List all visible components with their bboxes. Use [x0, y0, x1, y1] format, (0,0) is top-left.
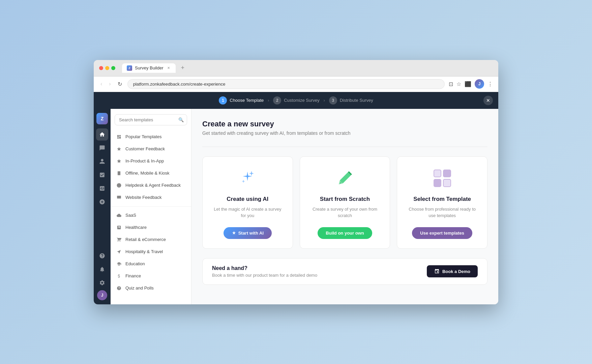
forward-button[interactable]: ›	[108, 80, 112, 88]
sidebar-item-add[interactable]	[96, 196, 108, 208]
analytics-icon	[99, 185, 105, 191]
menu-icon[interactable]: ⋮	[487, 81, 493, 87]
nav-item-customer-feedback[interactable]: Customer Feedback	[111, 143, 191, 155]
nav-item-education[interactable]: Education	[111, 258, 191, 270]
new-tab-button[interactable]: +	[180, 64, 186, 71]
healthcare-icon	[116, 224, 122, 231]
nav-item-website-label: Website Feedback	[125, 195, 161, 200]
nav-item-saas[interactable]: SaaS	[111, 209, 191, 221]
browser-user-avatar[interactable]: J	[475, 79, 484, 89]
nav-item-offline-label: Offline, Mobile & Kiosk	[125, 171, 170, 176]
step-2-number: 2	[273, 96, 281, 104]
nav-item-offline[interactable]: Offline, Mobile & Kiosk	[111, 167, 191, 179]
step-1: 1 Choose Template	[219, 96, 264, 104]
option-cards-grid: Create using AI Let the magic of AI crea…	[202, 156, 487, 249]
sidebar-item-settings[interactable]	[96, 277, 108, 289]
app-sidebar: Z	[94, 109, 111, 304]
stepper-close-button[interactable]: ✕	[483, 96, 493, 105]
book-demo-button[interactable]: Book a Demo	[427, 265, 478, 277]
sidebar-user-avatar[interactable]: J	[97, 290, 107, 300]
nav-item-popular[interactable]: Popular Templates	[111, 131, 191, 143]
extension-icon[interactable]: ⬛	[465, 81, 471, 87]
refresh-button[interactable]: ↻	[116, 80, 123, 89]
svg-rect-1	[117, 195, 121, 198]
nav-item-website[interactable]: Website Feedback	[111, 191, 191, 204]
nav-item-customer-feedback-label: Customer Feedback	[125, 146, 165, 151]
nav-item-quiz[interactable]: Quiz and Polls	[111, 282, 191, 294]
sidebar-item-home[interactable]	[96, 128, 108, 141]
nav-item-inproduct[interactable]: In-Product & In-App	[111, 155, 191, 167]
search-box[interactable]: 🔍	[115, 114, 187, 125]
settings-icon	[99, 280, 105, 286]
nav-item-helpdesk[interactable]: Helpdesk & Agent Feedback	[111, 179, 191, 191]
browser-window: Z Survey Builder ✕ + ‹ › ↻ platform.zonk…	[94, 60, 498, 304]
search-icon: 🔍	[178, 117, 184, 122]
checklist-icon	[99, 172, 105, 178]
step-3-label: Distribute Survey	[340, 98, 373, 103]
ai-card-title: Create using AI	[227, 196, 268, 203]
add-icon	[99, 199, 105, 205]
nav-item-healthcare[interactable]: Healthcare	[111, 221, 191, 234]
ai-card-desc: Let the magic of AI create a survey for …	[211, 206, 285, 219]
retail-icon	[116, 237, 122, 243]
browser-tab[interactable]: Z Survey Builder ✕	[122, 63, 176, 73]
svg-rect-0	[118, 171, 120, 175]
search-input[interactable]	[119, 117, 176, 122]
template-grid-icon	[434, 170, 451, 187]
address-bar[interactable]: platform.zonkafeedback.com/create-experi…	[127, 79, 445, 89]
nav-item-finance[interactable]: Finance	[111, 270, 191, 282]
ai-card[interactable]: Create using AI Let the magic of AI crea…	[202, 156, 293, 249]
tab-close-button[interactable]: ✕	[166, 66, 171, 70]
hospitality-icon	[116, 249, 122, 255]
build-on-your-own-button[interactable]: Build on your own	[318, 227, 372, 239]
sidebar-item-help[interactable]	[96, 250, 108, 262]
template-card-icon-area	[432, 168, 453, 189]
sidebar-item-analytics[interactable]	[96, 182, 108, 194]
finance-icon	[116, 273, 122, 279]
step-2: 2 Customize Survey	[273, 96, 319, 104]
user-icon	[99, 158, 105, 164]
tab-title: Survey Builder	[135, 65, 164, 70]
nav-item-healthcare-label: Healthcare	[125, 225, 147, 230]
scratch-card[interactable]: Start from Scratch Create a survey of yo…	[300, 156, 390, 249]
content-panel: Create a new survey Get started with cre…	[191, 109, 498, 304]
star-icon	[116, 146, 122, 152]
start-with-ai-button[interactable]: Start with AI	[224, 227, 272, 239]
back-button[interactable]: ‹	[99, 80, 103, 88]
nav-item-inproduct-label: In-Product & In-App	[125, 158, 164, 163]
ai-button-icon	[232, 231, 236, 235]
template-card[interactable]: Select from Template Choose from profess…	[397, 156, 487, 249]
nav-actions: ⊡ ☆ ⬛ J ⋮	[449, 79, 493, 89]
url-text: platform.zonkafeedback.com/create-experi…	[133, 82, 226, 87]
close-dot[interactable]	[99, 66, 103, 70]
help-card: Need a hand? Book a time with our produc…	[202, 258, 487, 285]
bookmark-icon[interactable]: ☆	[456, 81, 461, 87]
nav-item-finance-label: Finance	[125, 273, 141, 278]
app-logo[interactable]: Z	[96, 113, 108, 124]
sidebar-item-tasks[interactable]	[96, 169, 108, 181]
ai-card-icon-area	[237, 168, 258, 189]
maximize-dot[interactable]	[111, 66, 115, 70]
sidebar-item-notifications[interactable]	[96, 263, 108, 275]
help-icon	[99, 253, 105, 259]
cast-icon[interactable]: ⊡	[449, 81, 453, 87]
stepper-bar: 1 Choose Template › 2 Customize Survey ›…	[94, 92, 498, 109]
help-card-title: Need a hand?	[212, 265, 317, 271]
ai-button-label: Start with AI	[238, 231, 264, 236]
help-card-text: Need a hand? Book a time with our produc…	[212, 265, 317, 278]
nav-item-hospitality[interactable]: Hospitality & Travel	[111, 246, 191, 258]
nav-item-popular-label: Popular Templates	[125, 134, 161, 139]
step-arrow-2: ›	[324, 98, 325, 103]
sidebar-item-users[interactable]	[96, 155, 108, 168]
minimize-dot[interactable]	[105, 66, 109, 70]
nav-item-retail[interactable]: Retail & eCommerce	[111, 234, 191, 246]
offline-icon	[116, 170, 122, 176]
step-1-label: Choose Template	[230, 98, 264, 103]
quiz-icon	[116, 285, 122, 291]
content-divider	[202, 147, 487, 147]
scratch-card-desc: Create a survey of your own from scratch	[308, 206, 382, 219]
step-3-number: 3	[329, 96, 337, 104]
bell-icon	[99, 266, 105, 272]
use-expert-templates-button[interactable]: Use expert templates	[412, 227, 472, 239]
sidebar-item-feedback[interactable]	[96, 142, 108, 154]
